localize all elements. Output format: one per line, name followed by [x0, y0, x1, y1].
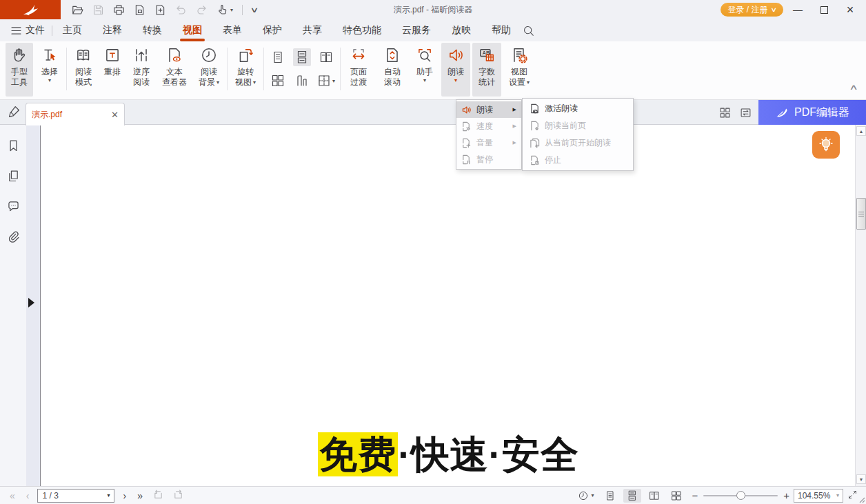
menu-item-volume: 音量 ▶: [456, 134, 521, 151]
menu-item-activate-read-aloud[interactable]: 激活朗读: [523, 100, 633, 117]
menu-item-read-aloud[interactable]: 朗读 ▶: [456, 101, 521, 118]
tips-button[interactable]: [812, 131, 840, 159]
rotate-view-button[interactable]: 旋转 视图▾: [230, 43, 261, 97]
attachments-panel-icon[interactable]: [6, 230, 21, 244]
file-menu-button[interactable]: 文件: [0, 24, 52, 37]
zoom-out-button[interactable]: −: [692, 490, 698, 501]
read-background-button[interactable]: 阅读 背景▾: [193, 43, 225, 97]
menu-tab-home[interactable]: 主页: [52, 19, 92, 41]
text-viewer-button[interactable]: 文本 查看器: [158, 43, 191, 97]
read-aloud-submenu: 激活朗读 朗读当前页 从当前页开始朗读 停止: [522, 98, 634, 171]
split-view-button[interactable]: ▾: [317, 72, 335, 90]
status-continuous-button[interactable]: [623, 489, 641, 503]
menu-tab-share[interactable]: 共享: [292, 19, 332, 41]
login-button[interactable]: 登录 / 注册 ∨: [721, 3, 783, 17]
menu-tab-comment[interactable]: 注释: [92, 19, 132, 41]
resize-grip[interactable]: [858, 496, 865, 503]
read-aloud-menu: 朗读 ▶ 速度 ▶ 音量 ▶ 暂停: [456, 99, 522, 170]
read-aloud-button[interactable]: 朗读 ▾: [441, 43, 470, 97]
tab-close-icon[interactable]: ✕: [111, 110, 119, 119]
tab-grid-view-icon[interactable]: [719, 107, 731, 119]
maximize-button[interactable]: [812, 1, 836, 19]
status-single-page-button[interactable]: [601, 489, 619, 503]
zoom-level-input[interactable]: 104.55% ▾: [794, 489, 843, 503]
document-page[interactable]: 免费·快速·安全: [42, 125, 855, 486]
status-quad-button[interactable]: [667, 489, 685, 503]
next-page-button[interactable]: ›: [117, 490, 132, 501]
rotate-view-icon: [236, 46, 254, 64]
scrollbar-thumb[interactable]: [856, 198, 866, 230]
scroll-up-button[interactable]: ▲: [856, 126, 866, 136]
maximize-icon: [820, 6, 828, 14]
assistant-magnifier-icon: [416, 46, 434, 64]
undo-icon[interactable]: [174, 3, 188, 17]
page-number-input[interactable]: 1 / 3 ▾: [37, 489, 114, 503]
menu-tab-help[interactable]: 帮助: [481, 19, 521, 41]
quad-layout-button[interactable]: [269, 72, 287, 90]
last-page-button[interactable]: »: [132, 490, 148, 501]
menu-item-label: 激活朗读: [545, 103, 578, 114]
tab-reading-order-icon[interactable]: [740, 107, 752, 119]
assistant-button[interactable]: 助手 ▾: [410, 43, 439, 97]
menu-tab-present[interactable]: 放映: [441, 19, 481, 41]
document-tab[interactable]: 演示.pdf ✕: [26, 103, 125, 125]
reading-background-button[interactable]: ▾: [574, 489, 597, 503]
menu-tab-form[interactable]: 表单: [212, 19, 252, 41]
status-facing-button[interactable]: [645, 489, 663, 503]
reflow-button[interactable]: 重排: [100, 43, 125, 97]
zoom-dropdown-arrow-icon[interactable]: ▾: [836, 492, 839, 498]
fullscreen-button[interactable]: [847, 490, 858, 502]
bookmarks-panel-icon[interactable]: [6, 139, 21, 153]
facing-continuous-layout-button[interactable]: [293, 72, 311, 90]
first-page-button[interactable]: «: [4, 490, 21, 501]
hand-tool-button[interactable]: 手型 工具: [6, 43, 33, 97]
open-file-icon[interactable]: [71, 3, 84, 17]
close-button[interactable]: ×: [838, 1, 862, 19]
menu-tab-protect[interactable]: 保护: [252, 19, 292, 41]
auto-scroll-button[interactable]: 自动 滚动: [376, 43, 408, 97]
read-mode-button[interactable]: 阅读 模式: [69, 43, 98, 97]
reverse-read-button[interactable]: 逆序 阅读: [127, 43, 156, 97]
hand-mode-button[interactable]: ▾: [216, 3, 233, 17]
dropdown-arrow-icon: ▾: [454, 77, 457, 83]
quick-annotate-button[interactable]: [6, 104, 21, 122]
facing-layout-button[interactable]: [317, 48, 335, 66]
login-chevron-icon: ∨: [771, 6, 778, 13]
zoom-in-button[interactable]: +: [783, 490, 789, 501]
collapse-ribbon-icon[interactable]: ∧: [849, 83, 858, 92]
continuous-layout-button[interactable]: [293, 48, 311, 66]
menu-tab-features[interactable]: 特色功能: [332, 19, 392, 41]
select-button[interactable]: 选择 ▾: [35, 43, 64, 97]
app-logo[interactable]: [0, 0, 61, 19]
scroll-down-button[interactable]: ▼: [856, 474, 866, 484]
print-icon[interactable]: [112, 3, 125, 17]
comments-panel-icon[interactable]: [6, 199, 21, 214]
next-view-button[interactable]: [172, 489, 184, 503]
page-dropdown-arrow-icon[interactable]: ▾: [107, 492, 110, 498]
view-settings-button[interactable]: 视图 设置▾: [503, 43, 535, 97]
page-transition-button[interactable]: 页面 过渡: [343, 43, 374, 97]
menu-tab-cloud[interactable]: 云服务: [392, 19, 441, 41]
vertical-scrollbar[interactable]: ▲ ▼: [855, 125, 866, 486]
customize-toolbar-chevron-icon[interactable]: ∨: [250, 6, 259, 14]
previous-view-button[interactable]: [152, 489, 164, 503]
single-page-layout-button[interactable]: [269, 48, 287, 66]
file-menu-label: 文件: [26, 24, 45, 37]
export-page-icon[interactable]: [133, 3, 146, 17]
expand-panel-handle[interactable]: [28, 298, 34, 308]
prev-page-button[interactable]: ‹: [21, 490, 35, 501]
redo-icon[interactable]: [195, 3, 208, 17]
search-button[interactable]: [523, 25, 534, 37]
page-transition-icon: [350, 46, 367, 64]
zoom-slider[interactable]: [703, 495, 778, 496]
save-icon[interactable]: [92, 3, 105, 17]
word-count-button[interactable]: AB 字数 统计: [472, 43, 501, 97]
zoom-slider-thumb[interactable]: [736, 491, 745, 500]
menu-tab-convert[interactable]: 转换: [132, 19, 172, 41]
menu-tab-view[interactable]: 视图: [172, 19, 212, 41]
new-document-icon[interactable]: [154, 3, 167, 17]
highlighted-text: 免费: [318, 432, 398, 476]
minimize-button[interactable]: —: [786, 1, 809, 19]
pages-panel-icon[interactable]: [6, 169, 21, 183]
pdf-editor-button[interactable]: PDF编辑器: [758, 100, 866, 125]
